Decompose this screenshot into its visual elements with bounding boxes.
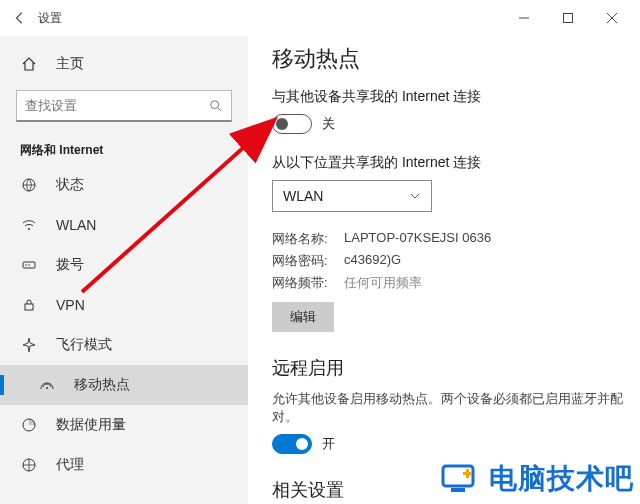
net-band-key: 网络频带:	[272, 274, 344, 292]
status-icon	[20, 176, 38, 194]
wifi-icon	[20, 216, 38, 234]
selection-bar	[0, 375, 4, 395]
sidebar-item-airplane[interactable]: 飞行模式	[0, 325, 248, 365]
sidebar: 主页 网络和 Internet 状态 WLAN 拨号	[0, 36, 248, 504]
arrow-left-icon	[13, 11, 27, 25]
back-button[interactable]	[6, 4, 34, 32]
sidebar-home[interactable]: 主页	[0, 44, 248, 84]
net-pass-row: 网络密码: c43692)G	[272, 252, 640, 270]
remote-toggle[interactable]	[272, 434, 312, 454]
remote-section: 远程启用 允许其他设备启用移动热点。两个设备必须都已启用蓝牙并配对。 开	[272, 356, 640, 454]
share-toggle[interactable]	[272, 114, 312, 134]
net-name-row: 网络名称: LAPTOP-07KSEJSI 0636	[272, 230, 640, 248]
svg-rect-17	[451, 488, 465, 492]
airplane-icon	[20, 336, 38, 354]
watermark-text: 电脑技术吧	[489, 460, 634, 498]
sidebar-item-wlan[interactable]: WLAN	[0, 205, 248, 245]
hotspot-icon	[38, 376, 56, 394]
net-pass-value: c43692)G	[344, 252, 401, 270]
share-toggle-state: 关	[322, 115, 335, 133]
watermark: 电脑技术吧	[441, 460, 634, 498]
main-content: 移动热点 与其他设备共享我的 Internet 连接 关 从以下位置共享我的 I…	[248, 36, 640, 504]
sidebar-item-label: 状态	[56, 176, 84, 194]
net-band-value: 任何可用频率	[344, 274, 422, 292]
sidebar-category: 网络和 Internet	[0, 132, 248, 165]
net-name-key: 网络名称:	[272, 230, 344, 248]
net-name-value: LAPTOP-07KSEJSI 0636	[344, 230, 491, 248]
svg-point-12	[46, 387, 48, 389]
close-button[interactable]	[590, 3, 634, 33]
maximize-button[interactable]	[546, 3, 590, 33]
home-icon	[20, 55, 38, 73]
vpn-icon	[20, 296, 38, 314]
sidebar-item-label: 数据使用量	[56, 416, 126, 434]
window-controls	[502, 3, 634, 33]
proxy-icon	[20, 456, 38, 474]
minimize-icon	[519, 13, 529, 23]
svg-point-10	[28, 264, 30, 266]
remote-desc: 允许其他设备启用移动热点。两个设备必须都已启用蓝牙并配对。	[272, 390, 640, 426]
sidebar-item-label: 代理	[56, 456, 84, 474]
sidebar-item-label: WLAN	[56, 217, 96, 233]
share-from-select[interactable]: WLAN	[272, 180, 432, 212]
sidebar-item-proxy[interactable]: 代理	[0, 445, 248, 485]
net-band-row: 网络频带: 任何可用频率	[272, 274, 640, 292]
title-bar: 设置	[0, 0, 640, 36]
share-from-value: WLAN	[283, 188, 323, 204]
sidebar-item-label: 移动热点	[74, 376, 130, 394]
sidebar-item-vpn[interactable]: VPN	[0, 285, 248, 325]
sidebar-item-datausage[interactable]: 数据使用量	[0, 405, 248, 445]
svg-rect-11	[25, 304, 33, 310]
sidebar-item-label: 飞行模式	[56, 336, 112, 354]
sidebar-item-label: 拨号	[56, 256, 84, 274]
remote-toggle-row: 开	[272, 434, 640, 454]
svg-point-7	[28, 228, 30, 230]
svg-point-4	[211, 100, 219, 108]
chevron-down-icon	[409, 190, 421, 202]
sidebar-item-status[interactable]: 状态	[0, 165, 248, 205]
svg-rect-1	[564, 14, 573, 23]
sidebar-home-label: 主页	[56, 55, 84, 73]
minimize-button[interactable]	[502, 3, 546, 33]
share-toggle-row: 关	[272, 114, 640, 134]
sidebar-item-dialup[interactable]: 拨号	[0, 245, 248, 285]
data-usage-icon	[20, 416, 38, 434]
svg-rect-19	[466, 469, 469, 478]
svg-point-9	[25, 264, 27, 266]
remote-toggle-state: 开	[322, 435, 335, 453]
page-title: 移动热点	[272, 44, 640, 74]
remote-heading: 远程启用	[272, 356, 640, 380]
watermark-logo-icon	[441, 462, 483, 496]
search-input[interactable]	[25, 98, 209, 113]
close-icon	[607, 13, 617, 23]
dialup-icon	[20, 256, 38, 274]
search-box[interactable]	[16, 90, 232, 122]
settings-window: 设置 主页 网络和 Internet 状态	[0, 0, 640, 504]
from-label: 从以下位置共享我的 Internet 连接	[272, 154, 640, 172]
search-icon	[209, 99, 223, 113]
sidebar-item-hotspot[interactable]: 移动热点	[0, 365, 248, 405]
edit-button[interactable]: 编辑	[272, 302, 334, 332]
sidebar-item-label: VPN	[56, 297, 85, 313]
share-label: 与其他设备共享我的 Internet 连接	[272, 88, 640, 106]
maximize-icon	[563, 13, 573, 23]
search-wrap	[0, 90, 248, 132]
svg-line-5	[218, 107, 222, 111]
net-pass-key: 网络密码:	[272, 252, 344, 270]
window-body: 主页 网络和 Internet 状态 WLAN 拨号	[0, 36, 640, 504]
window-title: 设置	[38, 10, 62, 27]
